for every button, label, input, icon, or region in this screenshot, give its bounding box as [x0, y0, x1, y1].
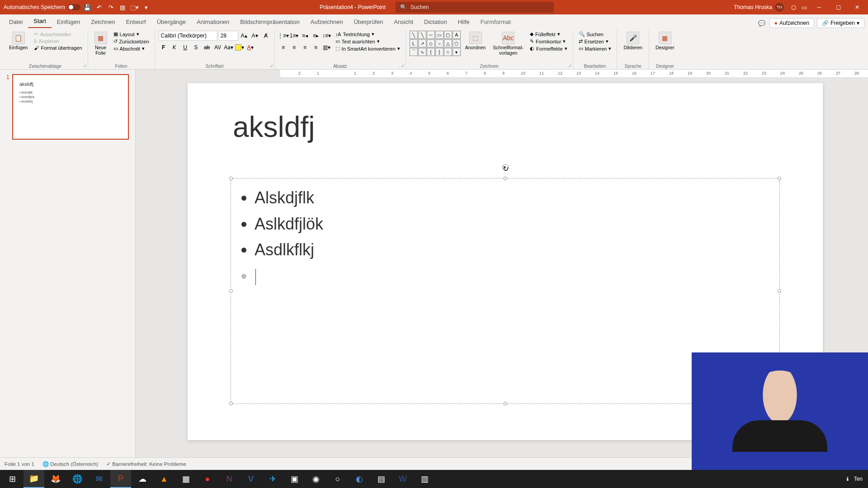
quick-access-icon[interactable]: ⬚▾ [129, 2, 139, 12]
paste-button[interactable]: 📋 Einfügen [6, 31, 30, 52]
cut-button[interactable]: ✂ Ausschneiden [32, 31, 84, 38]
decrease-font-icon[interactable]: A▾ [250, 31, 260, 41]
columns-icon[interactable]: ▥▾ [322, 42, 332, 52]
file-explorer-icon[interactable]: 📁 [24, 470, 44, 488]
slide-thumbnail-1[interactable]: aksldfj • Alskdjflk • Aslkdfjlök • Asdlk… [12, 74, 129, 140]
clipboard-launcher-icon[interactable]: ⤢ [83, 64, 87, 68]
tab-dictation[interactable]: Dictation [419, 16, 453, 28]
tab-hilfe[interactable]: Hilfe [453, 16, 475, 28]
bullet-item[interactable]: Asdlkflkj [255, 237, 769, 263]
obs-icon[interactable]: ◉ [306, 470, 326, 488]
font-launcher-icon[interactable]: ⤢ [270, 64, 274, 68]
highlight-button[interactable]: ▾ [235, 42, 245, 52]
tab-start[interactable]: Start [28, 15, 51, 28]
decrease-indent-icon[interactable]: ≡◂ [300, 31, 310, 41]
app-icon-6[interactable]: ◐ [349, 470, 370, 488]
format-painter-button[interactable]: 🖌 Format übertragen [32, 45, 84, 51]
line-spacing-icon[interactable]: ↕≡▾ [322, 31, 332, 41]
italic-button[interactable]: K [170, 42, 179, 52]
powerpoint-icon[interactable]: P [110, 470, 131, 488]
shape-fill-button[interactable]: ◆ Fülleffekt ▾ [528, 31, 569, 38]
resize-handle-n[interactable] [504, 177, 507, 180]
tab-bildschirmpraesentation[interactable]: Bildschirmpräsentation [235, 16, 305, 28]
numbering-icon[interactable]: 1≡▾ [289, 31, 299, 41]
toggle-switch-icon[interactable] [68, 4, 80, 10]
minimize-button[interactable]: ─ [810, 0, 828, 14]
font-size-input[interactable] [218, 31, 238, 41]
layout-button[interactable]: ▦ Layout ▾ [112, 31, 151, 38]
find-button[interactable]: 🔍 Suchen [577, 31, 613, 38]
outlook-icon[interactable]: ✉ [89, 470, 109, 488]
shapes-gallery[interactable]: ╲╲─▭▢A L↗◇○△⬠ ⌒∿{}☆▾ [410, 31, 461, 56]
tab-entwurf[interactable]: Entwurf [121, 16, 151, 28]
justify-icon[interactable]: ≡ [311, 42, 321, 52]
chrome-icon[interactable]: 🌐 [67, 470, 88, 488]
tab-ueberpruefen[interactable]: Überprüfen [348, 16, 388, 28]
app-icon-8[interactable]: ▥ [414, 470, 435, 488]
word-icon[interactable]: W [392, 470, 413, 488]
slide-counter[interactable]: Folie 1 von 1 [5, 461, 34, 467]
tab-ansicht[interactable]: Ansicht [388, 16, 419, 28]
resize-handle-e[interactable] [778, 289, 781, 293]
tab-formformat[interactable]: Formformat [475, 16, 516, 28]
redo-icon[interactable]: ↷ [106, 2, 116, 12]
copy-button[interactable]: ⎘ Kopieren [32, 38, 84, 44]
select-button[interactable]: ▭ Markieren ▾ [577, 45, 613, 52]
accessibility-status[interactable]: ✓ Barrierefreiheit: Keine Probleme [106, 461, 186, 467]
resize-handle-s[interactable] [504, 402, 507, 405]
telegram-icon[interactable]: ✈ [262, 470, 283, 488]
bullets-icon[interactable]: ⋮≡▾ [278, 31, 288, 41]
user-account[interactable]: Thomas Hruska TH [734, 3, 784, 12]
increase-font-icon[interactable]: A▴ [239, 31, 249, 41]
ribbon-display-icon[interactable]: ▭ [799, 2, 809, 12]
customize-qat-icon[interactable]: ▾ [141, 2, 151, 12]
record-button[interactable]: Aufzeichnen [769, 18, 814, 28]
app-icon-7[interactable]: ▤ [371, 470, 392, 488]
align-right-icon[interactable]: ≡ [300, 42, 310, 52]
bullet-item[interactable]: Aslkdfjlök [255, 211, 769, 237]
autosave-toggle[interactable]: Automatisches Speichern [4, 4, 80, 10]
start-from-beginning-icon[interactable]: ▧ [118, 2, 127, 12]
weather-icon[interactable]: 🌡 [845, 476, 850, 482]
arrange-button[interactable]: ⬚ Anordnen [462, 31, 489, 52]
reset-button[interactable]: ↺ Zurücksetzen [112, 38, 151, 45]
app-icon-1[interactable]: ☁ [132, 470, 153, 488]
align-left-icon[interactable]: ≡ [278, 42, 288, 52]
resize-handle-nw[interactable] [229, 177, 233, 180]
text-direction-button[interactable]: ↕A Textrichtung ▾ [334, 31, 402, 38]
close-button[interactable]: ✕ [848, 0, 866, 14]
resize-handle-sw[interactable] [229, 402, 233, 405]
new-slide-button[interactable]: ▦ Neue Folie [92, 31, 110, 56]
bullet-item-empty[interactable] [255, 263, 769, 289]
app-icon-4[interactable]: ▣ [284, 470, 305, 488]
drawing-launcher-icon[interactable]: ⤢ [568, 64, 572, 68]
designer-button[interactable]: ▦ Designer [653, 31, 677, 52]
shape-outline-button[interactable]: ✎ Formkontur ▾ [528, 38, 569, 45]
char-spacing-icon[interactable]: AV [213, 42, 223, 52]
align-center-icon[interactable]: ≡ [289, 42, 299, 52]
strikethrough-button[interactable]: ab [202, 42, 212, 52]
shadow-button[interactable]: S [191, 42, 201, 52]
tab-aufzeichnen[interactable]: Aufzeichnen [305, 16, 349, 28]
replace-button[interactable]: ⇄ Ersetzen ▾ [577, 38, 613, 45]
slide-title-text[interactable]: aksldfj [233, 110, 315, 144]
smartart-button[interactable]: ⬚ In SmartArt konvertieren ▾ [334, 45, 402, 52]
language-status[interactable]: 🌐 Deutsch (Österreich) [42, 461, 98, 467]
paragraph-launcher-icon[interactable]: ⤢ [401, 64, 405, 68]
coming-soon-icon[interactable]: ⬡ [788, 2, 798, 12]
font-name-input[interactable] [159, 31, 217, 41]
quick-styles-button[interactable]: Abc Schnellformat- vorlagen [490, 31, 526, 56]
resize-handle-ne[interactable] [778, 177, 781, 180]
search-box[interactable]: 🔍 Suchen [396, 2, 554, 13]
save-icon[interactable]: 💾 [82, 2, 92, 12]
share-button[interactable]: 🔗 Freigeben ▾ [817, 18, 864, 28]
app-icon-3[interactable]: ● [197, 470, 218, 488]
tab-uebergaenge[interactable]: Übergänge [151, 16, 191, 28]
tab-zeichnen[interactable]: Zeichnen [85, 16, 120, 28]
resize-handle-w[interactable] [229, 289, 233, 293]
change-case-icon[interactable]: Aa▾ [224, 42, 234, 52]
align-text-button[interactable]: ▭ Text ausrichten ▾ [334, 38, 402, 45]
tab-datei[interactable]: Datei [4, 16, 28, 28]
firefox-icon[interactable]: 🦊 [45, 470, 66, 488]
app-icon-5[interactable]: ○ [327, 470, 348, 488]
